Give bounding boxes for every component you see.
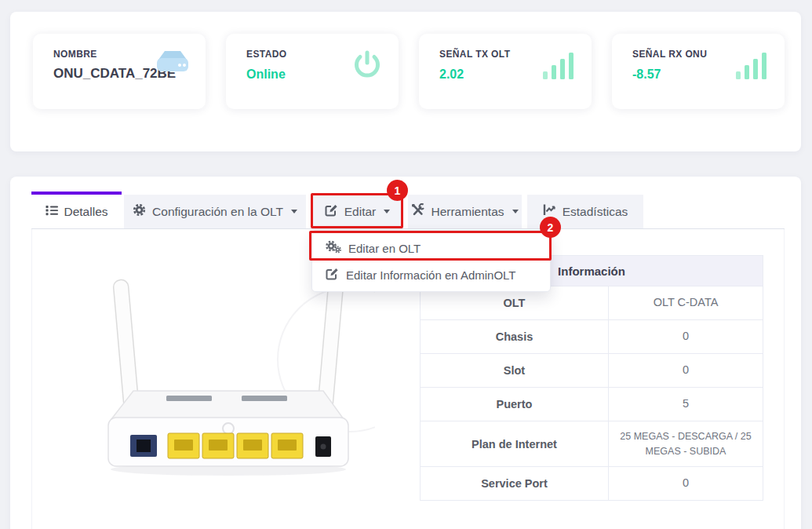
table-row: Puerto 5 xyxy=(421,387,763,421)
tools-icon xyxy=(411,203,424,220)
stat-value: -8.57 xyxy=(632,67,661,82)
menu-item-label: Editar Información en AdminOLT xyxy=(346,268,516,282)
stat-label: ESTADO xyxy=(246,49,287,60)
stat-card-estado: ESTADO Online xyxy=(226,34,399,109)
tab-detalles[interactable]: Detalles xyxy=(31,192,122,228)
stat-label: SEÑAL TX OLT xyxy=(439,49,510,60)
gears-icon xyxy=(326,240,341,256)
row-label: Plan de Internet xyxy=(421,421,609,466)
row-value: 25 MEGAS - DESCARGA / 25 MEGAS - SUBIDA xyxy=(609,421,763,466)
row-value: 0 xyxy=(609,320,763,353)
tab-configuracion-olt[interactable]: Configuración en la OLT xyxy=(124,195,306,228)
stat-value: Online xyxy=(246,67,286,82)
tab-label: Herramientas xyxy=(431,205,504,219)
list-icon xyxy=(46,204,58,220)
stat-card-senal-tx: SEÑAL TX OLT 2.02 xyxy=(419,34,592,109)
row-label: Slot xyxy=(421,354,609,387)
tab-editar[interactable]: Editar xyxy=(312,195,402,228)
chevron-down-icon xyxy=(384,210,390,213)
table-row: Plan de Internet 25 MEGAS - DESCARGA / 2… xyxy=(421,421,763,466)
power-icon xyxy=(351,49,383,84)
row-value: 0 xyxy=(609,467,763,500)
signal-bars-icon xyxy=(543,51,576,84)
stat-label: SEÑAL RX ONU xyxy=(632,49,707,60)
table-row: Chasis 0 xyxy=(421,319,763,353)
server-icon xyxy=(155,49,190,78)
row-label: Service Port xyxy=(421,467,609,500)
menu-item-editar-informacion-adminolt[interactable]: Editar Información en AdminOLT xyxy=(312,261,550,288)
gear-icon xyxy=(133,203,146,220)
row-label: Puerto xyxy=(421,388,609,421)
stat-value: 2.02 xyxy=(439,67,464,82)
menu-item-editar-en-olt[interactable]: Editar en OLT xyxy=(312,235,550,261)
onu-device-image xyxy=(85,273,375,479)
edit-icon xyxy=(326,267,339,283)
tab-label: Configuración en la OLT xyxy=(152,205,283,219)
onu-detail-page: NOMBRE ONU_CDATA_72BE ESTADO Online SEÑA… xyxy=(0,0,812,529)
row-value: OLT C-DATA xyxy=(609,286,763,319)
stat-card-nombre: NOMBRE ONU_CDATA_72BE xyxy=(33,34,206,109)
edit-icon xyxy=(325,203,338,220)
annotation-badge-1: 1 xyxy=(387,180,408,201)
annotation-badge-2: 2 xyxy=(540,217,561,238)
menu-item-label: Editar en OLT xyxy=(348,242,421,255)
tab-label: Estadísticas xyxy=(563,205,628,219)
tab-label: Detalles xyxy=(64,205,108,219)
table-row: Service Port 0 xyxy=(421,466,763,500)
row-value: 0 xyxy=(609,354,763,387)
tab-label: Editar xyxy=(344,205,377,219)
row-value: 5 xyxy=(609,388,763,421)
stat-label: NOMBRE xyxy=(53,49,97,60)
tab-herramientas[interactable]: Herramientas xyxy=(408,195,522,228)
stat-card-senal-rx: SEÑAL RX ONU -8.57 xyxy=(612,34,785,109)
chevron-down-icon xyxy=(291,210,297,213)
chevron-down-icon xyxy=(512,210,519,213)
table-row: Slot 0 xyxy=(421,353,763,387)
row-label: Chasis xyxy=(421,320,609,353)
signal-bars-icon xyxy=(736,51,769,84)
editar-dropdown-menu: Editar en OLT Editar Información en Admi… xyxy=(311,230,551,292)
